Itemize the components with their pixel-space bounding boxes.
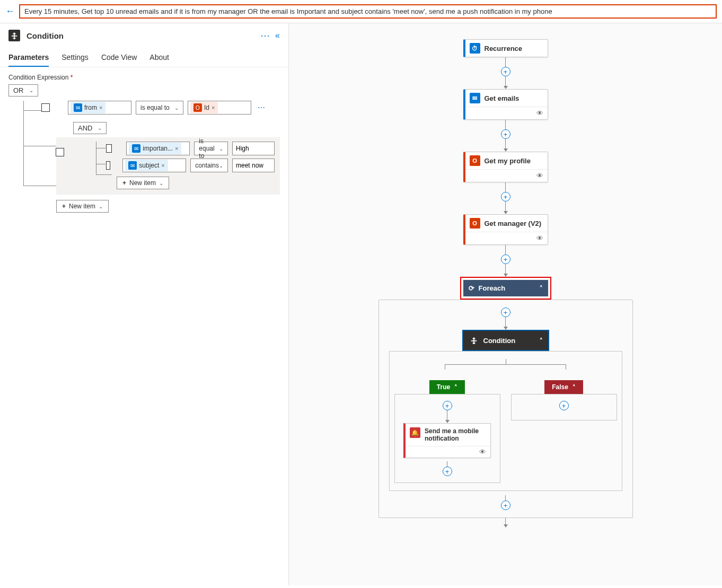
false-branch-header[interactable]: False˄ (544, 380, 583, 394)
condition-icon (469, 335, 479, 346)
outlook-icon: ✉ (132, 144, 140, 153)
row3-value-input[interactable] (232, 159, 275, 172)
token-remove-icon[interactable]: × (161, 162, 164, 169)
and-group-checkbox[interactable] (56, 148, 64, 156)
condition-panel: Condition ⋯ « Parameters Settings Code V… (0, 23, 289, 585)
outlook-icon: ✉ (74, 103, 82, 112)
tab-parameters[interactable]: Parameters (8, 48, 49, 67)
outlook-icon: ✉ (128, 161, 137, 170)
row2-operator-select[interactable]: is equal to⌄ (194, 142, 228, 155)
add-step-button[interactable]: + (501, 129, 510, 139)
outlook-icon: ✉ (470, 93, 480, 103)
tab-about[interactable]: About (149, 48, 169, 67)
back-arrow-icon[interactable]: ← (5, 6, 15, 17)
chevron-up-icon: ˄ (573, 384, 576, 391)
chevron-up-icon[interactable]: ˄ (540, 337, 543, 344)
true-branch-header[interactable]: True˄ (429, 380, 465, 394)
row1-operator-select[interactable]: is equal to⌄ (136, 101, 183, 115)
row1-checkbox[interactable] (41, 103, 50, 112)
root-new-item-button[interactable]: +New item⌄ (56, 200, 109, 213)
row1-more-button[interactable]: ⋯ (256, 103, 267, 112)
tab-settings[interactable]: Settings (61, 48, 89, 67)
add-step-button[interactable]: + (443, 467, 452, 476)
and-operator-select[interactable]: AND⌄ (73, 122, 107, 134)
add-step-button[interactable]: + (559, 401, 569, 410)
link-icon: 👁 (536, 172, 543, 180)
clock-icon: ⏱ (470, 43, 480, 54)
flow-description-input[interactable]: Every 15 minutes, Get top 10 unread emai… (19, 4, 717, 19)
office-icon: O (193, 103, 202, 112)
card-get-manager[interactable]: OGet manager (V2) 👁 (463, 214, 548, 245)
row1-field[interactable]: ✉from × (68, 101, 131, 115)
plus-icon: + (62, 203, 66, 210)
condition-icon (8, 30, 20, 41)
add-step-button[interactable]: + (501, 501, 510, 510)
condition-body: True˄ + 🔔Send me a mobile notification 👁… (389, 351, 622, 491)
add-step-button[interactable]: + (501, 67, 510, 76)
plus-icon: + (122, 179, 126, 187)
office-icon: O (470, 155, 480, 166)
false-branch: False˄ + (511, 380, 617, 483)
card-get-profile[interactable]: OGet my profile 👁 (463, 152, 548, 182)
token-remove-icon[interactable]: × (99, 104, 102, 111)
panel-tabs: Parameters Settings Code View About (0, 48, 288, 67)
row3-operator-select[interactable]: contains⌄ (190, 159, 228, 172)
panel-title: Condition (27, 31, 255, 40)
add-step-button[interactable]: + (501, 192, 510, 201)
card-recurrence[interactable]: ⏱Recurrence (463, 39, 548, 57)
token-remove-icon[interactable]: × (175, 145, 178, 152)
card-foreach[interactable]: ⟳Foreach ˄ (463, 280, 548, 296)
card-condition[interactable]: Condition ˄ (463, 331, 548, 350)
row2-field[interactable]: ✉importan... × (126, 142, 190, 155)
link-icon: 👁 (536, 109, 543, 117)
expression-label: Condition Expression * (8, 74, 280, 81)
row3-checkbox[interactable] (106, 161, 110, 170)
loop-icon: ⟳ (469, 284, 474, 292)
card-condition-selected: Condition ˄ (462, 330, 549, 351)
true-branch: True˄ + 🔔Send me a mobile notification 👁… (394, 380, 500, 483)
add-step-button[interactable]: + (443, 401, 452, 410)
panel-collapse-icon[interactable]: « (275, 31, 280, 40)
designer-canvas[interactable]: ⏱Recurrence + ✉Get emails 👁 + OGet my pr… (289, 23, 722, 585)
link-icon: 👁 (536, 234, 543, 242)
row1-value[interactable]: OId × (188, 101, 251, 115)
token-remove-icon[interactable]: × (212, 104, 215, 111)
root-operator-select[interactable]: OR⌄ (8, 84, 38, 96)
top-bar: ← Every 15 minutes, Get top 10 unread em… (0, 0, 722, 23)
add-step-button[interactable]: + (501, 254, 510, 264)
office-icon: O (470, 218, 480, 229)
chevron-up-icon[interactable]: ˄ (540, 285, 543, 292)
card-get-emails[interactable]: ✉Get emails 👁 (463, 89, 548, 120)
card-send-notification[interactable]: 🔔Send me a mobile notification 👁 (403, 423, 491, 458)
arrow-down-icon (504, 524, 508, 528)
add-step-button[interactable]: + (501, 308, 510, 317)
bell-icon: 🔔 (410, 427, 420, 438)
row2-checkbox[interactable] (106, 144, 112, 153)
link-icon: 👁 (479, 448, 486, 456)
chevron-up-icon: ˄ (454, 384, 457, 391)
chevron-down-icon: ⌄ (29, 87, 33, 93)
panel-more-button[interactable]: ⋯ (255, 30, 275, 41)
card-foreach-highlighted: ⟳Foreach ˄ (460, 277, 551, 300)
foreach-container: + Condition ˄ (378, 300, 633, 518)
row2-value-input[interactable] (232, 142, 275, 155)
tab-code-view[interactable]: Code View (101, 48, 137, 67)
row3-field[interactable]: ✉subject × (122, 159, 186, 172)
nested-new-item-button[interactable]: +New item⌄ (117, 177, 169, 189)
